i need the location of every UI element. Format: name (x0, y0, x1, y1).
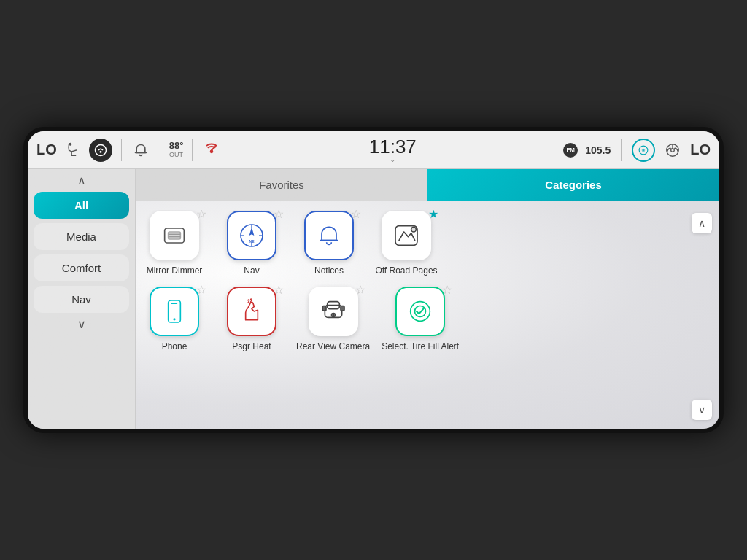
grid-row-2: ☆ Phone (142, 286, 684, 351)
seat-icon[interactable] (63, 140, 83, 160)
sidebar-scroll-down[interactable]: ∨ (77, 317, 86, 331)
svg-point-25 (173, 319, 175, 321)
psgr-heat-icon (227, 287, 276, 336)
mirror-dimmer-icon-wrapper: ☆ (145, 210, 204, 261)
svg-point-0 (69, 143, 71, 145)
scroll-controls: ∧ ∨ (690, 210, 713, 423)
tire-fill-alert-star[interactable]: ☆ (442, 283, 452, 297)
off-road-icon-wrapper: ★ (377, 210, 436, 261)
mirror-dimmer-label: Mirror Dimmer (147, 265, 203, 276)
app-nav[interactable]: ☆ (219, 210, 285, 276)
tire-fill-alert-label: Select. Tire Fill Alert (382, 341, 459, 351)
fm-frequency: 105.5 (585, 144, 611, 156)
main-content: ∧ All Media Comfort Nav ∨ Favorites Cate… (28, 169, 719, 429)
svg-rect-10 (169, 232, 181, 239)
signal-icon[interactable] (201, 140, 222, 160)
tire-fill-alert-icon-wrapper: ☆ (391, 286, 449, 337)
tabs-bar: Favorites Categories (136, 169, 719, 201)
app-psgr-heat[interactable]: ☆ (219, 286, 285, 351)
mirror-dimmer-star[interactable]: ☆ (196, 210, 206, 221)
phone-icon-wrapper: ☆ (145, 286, 204, 337)
fm-badge: FM (563, 143, 578, 158)
psgr-heat-star[interactable]: ☆ (274, 283, 284, 297)
status-right-section: FM 105.5 (563, 139, 711, 162)
tab-categories[interactable]: Categories (427, 169, 719, 201)
app-tire-fill-alert[interactable]: ☆ (382, 286, 459, 351)
divider-4 (621, 139, 622, 161)
nav-icon-wrapper: ☆ (222, 210, 281, 261)
temperature-display: 88° OUT (169, 141, 184, 158)
grid-row-1: ☆ (142, 210, 684, 276)
mirror-dimmer-icon (150, 211, 199, 260)
off-road-icon (382, 211, 431, 260)
time-expand-chevron[interactable]: ⌄ (390, 156, 395, 163)
tab-favorites[interactable]: Favorites (136, 169, 427, 201)
svg-point-31 (333, 314, 334, 316)
svg-rect-28 (322, 306, 326, 311)
divider-3 (192, 139, 193, 161)
app-phone[interactable]: ☆ Phone (142, 286, 207, 351)
divider-1 (121, 139, 122, 161)
nav-star[interactable]: ☆ (274, 210, 284, 221)
notices-icon (304, 211, 354, 260)
scroll-up-button[interactable]: ∧ (692, 213, 712, 233)
sidebar-item-comfort[interactable]: Comfort (34, 254, 129, 281)
rear-view-camera-icon-wrapper: ☆ (304, 286, 363, 337)
right-content: Favorites Categories ☆ (136, 169, 719, 429)
svg-point-2 (99, 150, 101, 152)
status-left-section: LO (36, 139, 222, 162)
lo-right-label: LO (690, 141, 711, 158)
svg-point-6 (643, 149, 644, 151)
off-road-label: Off Road Pages (375, 265, 437, 276)
app-mirror-dimmer[interactable]: ☆ (142, 210, 207, 276)
off-road-star[interactable]: ★ (428, 210, 438, 221)
svg-text:NE: NE (249, 239, 255, 244)
sidebar-item-media[interactable]: Media (34, 223, 129, 250)
svg-point-1 (95, 144, 106, 155)
device-frame: LO (23, 127, 724, 433)
nav-label: Nav (244, 265, 259, 276)
status-center-section: 11:37 ⌄ (228, 137, 557, 163)
svg-point-22 (411, 227, 417, 232)
alexa-button[interactable] (632, 139, 655, 162)
phone-label: Phone (162, 341, 187, 351)
grid-wrapper: ☆ (142, 210, 684, 423)
svg-rect-29 (341, 306, 344, 311)
sidebar-item-all[interactable]: All (34, 192, 129, 219)
svg-rect-24 (171, 303, 177, 305)
rear-view-camera-star[interactable]: ☆ (355, 283, 365, 297)
app-off-road-pages[interactable]: ★ Off Road Pages (374, 210, 439, 276)
notices-star[interactable]: ☆ (351, 210, 361, 221)
app-notices[interactable]: ☆ Notices (296, 210, 362, 276)
temp-value: 88° (169, 141, 184, 151)
notification-icon[interactable] (131, 140, 151, 160)
psgr-heat-icon-wrapper: ☆ (222, 286, 281, 337)
app-rear-view-camera[interactable]: ☆ (296, 286, 370, 351)
sidebar-item-nav[interactable]: Nav (34, 286, 129, 313)
divider-2 (160, 139, 160, 161)
steering-wheel-icon[interactable] (662, 140, 683, 160)
svg-point-3 (211, 150, 213, 152)
notices-label: Notices (314, 265, 344, 276)
nav-icon: NE (227, 211, 276, 260)
sidebar-scroll-up[interactable]: ∧ (77, 174, 86, 187)
screen: LO (28, 131, 719, 429)
apps-grid: ☆ (136, 201, 719, 429)
phone-icon (150, 287, 199, 336)
tire-fill-alert-icon (395, 287, 445, 336)
psgr-heat-label: Psgr Heat (232, 341, 271, 351)
clock-display: 11:37 (369, 137, 417, 156)
temp-label: OUT (169, 152, 183, 159)
lo-left-label: LO (36, 141, 57, 158)
rear-view-camera-icon (309, 287, 358, 336)
scroll-down-button[interactable]: ∨ (692, 400, 712, 420)
rear-view-camera-label: Rear View Camera (296, 341, 370, 351)
svg-point-8 (671, 148, 675, 152)
sidebar: ∧ All Media Comfort Nav ∨ (28, 169, 136, 429)
driver-assist-icon[interactable] (89, 139, 112, 162)
status-bar: LO (28, 131, 719, 169)
notices-icon-wrapper: ☆ (300, 210, 358, 261)
phone-star[interactable]: ☆ (196, 283, 206, 297)
